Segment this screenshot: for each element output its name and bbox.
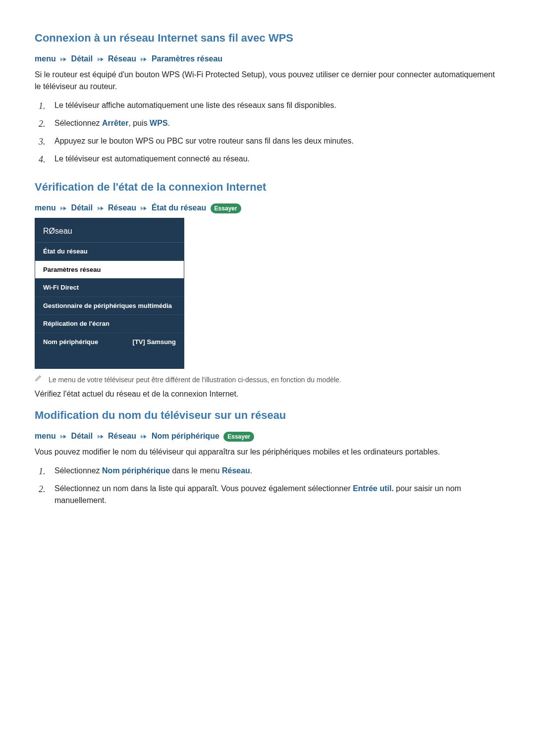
section1-intro: Si le routeur est équipé d'un bouton WPS…: [35, 69, 500, 93]
step-item: Le téléviseur affiche automatiquement un…: [54, 100, 500, 111]
keyword: WPS: [150, 119, 167, 127]
step-text: Appuyez sur le bouton WPS ou PBC sur vot…: [54, 137, 354, 145]
tv-menu-illustration: RØseau État du réseau Paramètres réseau …: [35, 218, 184, 369]
note-row: Le menu de votre téléviseur peut être di…: [35, 375, 500, 385]
step-text: , puis: [128, 119, 150, 127]
keyword: Entrée util.: [353, 484, 394, 493]
step-item: Sélectionnez Arrêter, puis WPS.: [54, 117, 500, 129]
try-badge[interactable]: Essayer: [223, 432, 254, 442]
section3-intro: Vous pouvez modifier le nom du téléviseu…: [35, 446, 500, 458]
note-text: Le menu de votre téléviseur peut être di…: [49, 375, 341, 385]
step-text: .: [168, 119, 170, 127]
step-text: Sélectionnez un nom dans la liste qui ap…: [54, 484, 353, 493]
crumb-detail: Détail: [71, 203, 93, 212]
keyword: Nom périphérique: [102, 466, 170, 475]
chevron-right-icon: [140, 434, 147, 439]
breadcrumb-section1: menu Détail Réseau Paramètres réseau: [35, 53, 500, 65]
tv-menu-label: Wi-Fi Direct: [43, 283, 79, 293]
keyword: Réseau: [222, 466, 250, 475]
tv-menu-value: [TV] Samsung: [133, 337, 176, 347]
crumb-reseau: Réseau: [108, 203, 136, 212]
section1-title: Connexion à un réseau Internet sans fil …: [35, 30, 500, 46]
chevron-right-icon: [97, 57, 104, 62]
keyword: Arrêter: [102, 119, 128, 127]
crumb-last: Paramètres réseau: [152, 54, 222, 63]
tv-menu-row: Nom périphérique [TV] Samsung: [35, 333, 184, 369]
breadcrumb-section2: menu Détail Réseau État du réseau Essaye…: [35, 202, 500, 214]
crumb-menu: menu: [35, 54, 56, 63]
step-text: Le téléviseur est automatiquement connec…: [54, 154, 250, 163]
tv-menu-row: Réplication de l'écran: [35, 314, 184, 333]
crumb-last: État du réseau: [152, 203, 206, 212]
tv-menu-label: Paramètres réseau: [43, 265, 101, 275]
tv-menu-label: Réplication de l'écran: [43, 319, 109, 329]
step-item: Appuyez sur le bouton WPS ou PBC sur vot…: [54, 135, 500, 147]
tv-menu-row-selected: Paramètres réseau: [35, 260, 184, 279]
step-item: Sélectionnez un nom dans la liste qui ap…: [54, 483, 500, 506]
tv-menu-label: Nom périphérique: [43, 337, 98, 347]
section3-title: Modification du nom du téléviseur sur un…: [35, 407, 500, 423]
crumb-menu: menu: [35, 432, 56, 440]
chevron-right-icon: [140, 206, 147, 211]
crumb-detail: Détail: [71, 432, 93, 440]
step-item: Le téléviseur est automatiquement connec…: [54, 153, 500, 165]
crumb-detail: Détail: [71, 54, 93, 63]
step-text: dans le menu: [170, 466, 222, 475]
section3-steps: Sélectionnez Nom périphérique dans le me…: [35, 465, 500, 506]
step-item: Sélectionnez Nom périphérique dans le me…: [54, 465, 500, 477]
document-page: Connexion à un réseau Internet sans fil …: [0, 0, 535, 756]
chevron-right-icon: [97, 206, 104, 211]
step-text: .: [250, 466, 252, 475]
crumb-reseau: Réseau: [108, 432, 136, 440]
crumb-reseau: Réseau: [108, 54, 136, 63]
tv-menu-row: État du réseau: [35, 242, 184, 260]
pencil-icon: [35, 375, 42, 382]
tv-menu-row: Wi-Fi Direct: [35, 278, 184, 297]
step-text: Sélectionnez: [54, 119, 102, 127]
try-badge[interactable]: Essayer: [211, 203, 241, 213]
tv-menu-label: État du réseau: [43, 247, 88, 256]
tv-menu-label: Gestionnaire de périphériques multimédia: [43, 301, 172, 311]
crumb-last: Nom périphérique: [152, 432, 219, 440]
chevron-right-icon: [97, 434, 104, 439]
step-text: Sélectionnez: [54, 466, 102, 475]
breadcrumb-section3: menu Détail Réseau Nom périphérique Essa…: [35, 430, 500, 442]
crumb-menu: menu: [35, 203, 56, 212]
section2-body: Vérifiez l'état actuel du réseau et de l…: [35, 388, 500, 400]
tv-menu-title: RØseau: [35, 218, 184, 242]
chevron-right-icon: [60, 57, 67, 62]
chevron-right-icon: [60, 206, 67, 211]
chevron-right-icon: [140, 57, 147, 62]
section1-steps: Le téléviseur affiche automatiquement un…: [35, 100, 500, 165]
chevron-right-icon: [60, 434, 67, 439]
section2-title: Vérification de l'état de la connexion I…: [35, 179, 500, 195]
tv-menu-row: Gestionnaire de périphériques multimédia: [35, 297, 184, 315]
step-text: Le téléviseur affiche automatiquement un…: [54, 101, 336, 109]
